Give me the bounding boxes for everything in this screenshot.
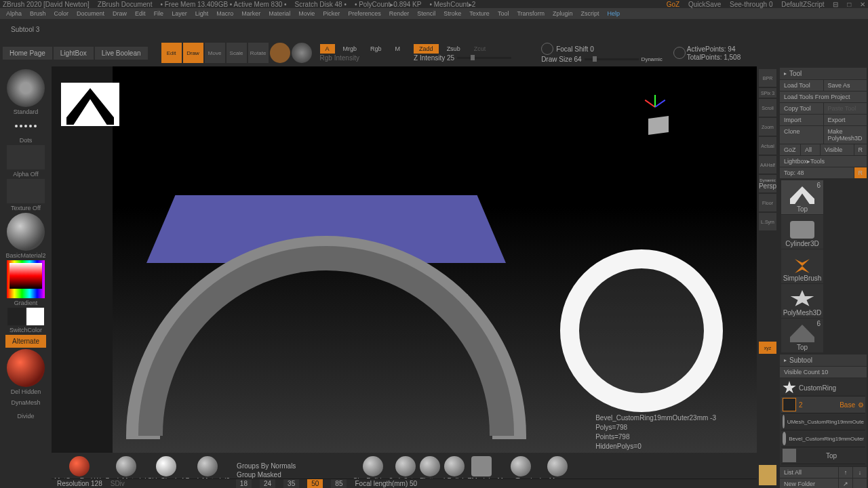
cube-gizmo[interactable] xyxy=(648,116,669,135)
fl-35[interactable]: 35 xyxy=(283,479,299,488)
loadtool-button[interactable]: Load Tool xyxy=(780,80,823,91)
menu-alpha[interactable]: Alpha xyxy=(3,9,25,18)
group-masked[interactable]: Group Masked xyxy=(237,471,296,479)
rotate-tool[interactable]: Rotate xyxy=(248,43,269,63)
subtool-row[interactable]: CustomRing xyxy=(781,380,865,396)
lightbox-tools[interactable]: Lightbox▸Tools xyxy=(780,156,867,167)
fl-50[interactable]: 50 xyxy=(307,479,323,488)
aahalf-button[interactable]: AAHalf xyxy=(759,156,776,174)
draw-size[interactable]: Draw Size 64 xyxy=(541,56,581,63)
menu-light[interactable]: Light xyxy=(192,9,212,18)
menu-document[interactable]: Document xyxy=(73,9,108,18)
material-sphere[interactable] xyxy=(7,213,45,251)
canvas[interactable]: Bevel_CustomRing19mmOuter23mm -3 Polys=7… xyxy=(52,66,757,488)
resolution[interactable]: Resolution 128 xyxy=(57,480,102,487)
subtool-row[interactable]: Top xyxy=(781,447,865,464)
subtool-row[interactable]: 2Base⚙ xyxy=(781,396,865,413)
menu-material[interactable]: Material xyxy=(265,9,294,18)
lightbox-button[interactable]: LightBox xyxy=(54,47,94,60)
up-icon[interactable]: ↑ xyxy=(839,467,852,478)
color-primary[interactable] xyxy=(26,308,44,325)
fl-18[interactable]: 18 xyxy=(236,479,252,488)
spix[interactable]: SPix 3 xyxy=(759,88,776,98)
color-picker[interactable] xyxy=(7,260,45,298)
tool-item[interactable]: Top6 xyxy=(781,319,823,352)
alternate-button[interactable]: Alternate xyxy=(5,335,46,348)
all-button[interactable]: All xyxy=(801,144,820,155)
maximize-icon[interactable]: □ xyxy=(847,1,851,8)
color-secondary[interactable] xyxy=(7,308,25,325)
mode-a[interactable]: A xyxy=(320,44,335,54)
mode-rgb[interactable]: Rgb xyxy=(365,44,387,54)
down-icon[interactable]: ↓ xyxy=(853,467,867,478)
z-intensity[interactable]: Z Intensity 25 xyxy=(414,54,454,62)
menu-picker[interactable]: Picker xyxy=(319,9,343,18)
gradient-label[interactable]: Gradient xyxy=(14,300,38,306)
edit-tool[interactable]: Edit xyxy=(161,43,182,63)
gear-icon[interactable]: ⚙ xyxy=(858,401,864,409)
alpha-slot[interactable] xyxy=(7,145,45,169)
clone-button[interactable]: Clone xyxy=(780,126,823,144)
menu-brush[interactable]: Brush xyxy=(26,9,50,18)
gizmo-icon[interactable] xyxy=(270,43,290,63)
goz-button[interactable]: GoZ xyxy=(780,144,800,155)
menu-tool[interactable]: Tool xyxy=(494,9,513,18)
top-slider[interactable]: Top: 48 xyxy=(780,167,854,178)
minimize-icon[interactable]: ⊟ xyxy=(833,1,838,8)
saveas-button[interactable]: Save As xyxy=(824,80,867,91)
r2-button[interactable]: R xyxy=(854,167,867,178)
sdiv[interactable]: SDiv xyxy=(111,480,125,487)
floor-button[interactable]: Floor xyxy=(759,194,776,211)
r-button[interactable]: R xyxy=(854,144,867,155)
stroke-dots[interactable] xyxy=(7,117,45,136)
menu-color[interactable]: Color xyxy=(51,9,73,18)
thumbnail-preview[interactable] xyxy=(61,83,119,126)
menu-help[interactable]: Help xyxy=(604,9,624,18)
bpr-button[interactable]: BPR xyxy=(759,69,776,87)
menu-preferences[interactable]: Preferences xyxy=(344,9,384,18)
arrow-icon[interactable]: ↗ xyxy=(839,479,852,488)
folder-icon[interactable] xyxy=(759,465,776,485)
menu-stencil[interactable]: Stencil xyxy=(414,9,439,18)
mode-zsub[interactable]: Zsub xyxy=(441,44,466,54)
menu-movie[interactable]: Movie xyxy=(295,9,318,18)
scale-tool[interactable]: Scale xyxy=(226,43,247,63)
move-tool[interactable]: Move xyxy=(205,43,225,63)
menu-file[interactable]: File xyxy=(151,9,167,18)
copytool-button[interactable]: Copy Tool xyxy=(780,103,823,114)
axis-gizmo[interactable] xyxy=(642,87,669,114)
draw-tool[interactable]: Draw xyxy=(183,43,203,63)
visible-count[interactable]: Visible Count 10 xyxy=(780,367,867,378)
brush-thumb[interactable] xyxy=(7,69,45,107)
menu-render[interactable]: Render xyxy=(386,9,413,18)
switch-color[interactable]: SwitchColor xyxy=(9,327,42,333)
export-button[interactable]: Export xyxy=(824,115,867,125)
menu-marker[interactable]: Marker xyxy=(238,9,264,18)
matcap-sphere[interactable] xyxy=(7,349,45,387)
mode-m[interactable]: M xyxy=(390,44,406,54)
texture-slot[interactable] xyxy=(7,179,45,203)
zoom-button[interactable]: Zoom xyxy=(759,118,776,136)
tool-item[interactable]: Cylinder3D xyxy=(781,215,823,249)
dynamesh-button[interactable]: DynaMesh xyxy=(11,396,40,409)
newfolder-button[interactable]: New Folder xyxy=(780,479,838,488)
mode-zcut[interactable]: Zcut xyxy=(469,44,492,54)
liveboolean-button[interactable]: Live Boolean xyxy=(95,47,148,60)
subtool-header[interactable]: Subtool xyxy=(780,354,867,366)
loadproject-button[interactable]: Load Tools From Project xyxy=(780,92,867,102)
mode-mrgb[interactable]: Mrgb xyxy=(338,44,363,54)
tool-header[interactable]: Tool xyxy=(780,68,867,79)
quicksave[interactable]: QuickSave xyxy=(688,1,721,8)
delhidden-button[interactable]: Del Hidden xyxy=(11,388,41,395)
subtool-row[interactable]: Bevel_CustomRing19mmOuter xyxy=(781,430,865,447)
menu-layer[interactable]: Layer xyxy=(168,9,191,18)
goz-link[interactable]: GoZ xyxy=(667,1,679,8)
close-icon[interactable]: ✕ xyxy=(860,1,865,8)
visible-button[interactable]: Visible xyxy=(821,144,854,155)
blank-button[interactable] xyxy=(853,479,867,488)
divide-button[interactable]: Divide xyxy=(17,410,34,422)
listall-button[interactable]: List All xyxy=(780,467,838,478)
makepoly-button[interactable]: Make PolyMesh3D xyxy=(824,126,867,144)
pastetool-button[interactable]: Paste Tool xyxy=(824,103,867,114)
xyz-button[interactable]: xyz xyxy=(759,342,776,354)
